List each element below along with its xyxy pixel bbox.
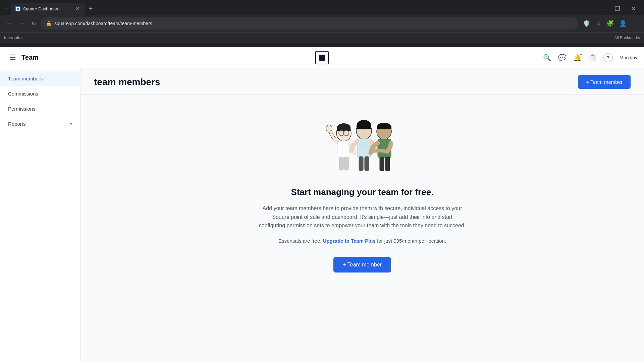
refresh-button[interactable]: ↻ (30, 18, 38, 29)
upgrade-link[interactable]: Upgrade to Team Plus (323, 238, 376, 244)
lock-icon: 🔒 (46, 21, 52, 26)
svg-rect-19 (365, 157, 369, 171)
sidebar-item-team-members[interactable]: Team members (0, 71, 80, 86)
notification-dot (580, 53, 582, 56)
add-team-member-header-button[interactable]: + Team member (578, 75, 631, 89)
sidebar-item-reports[interactable]: Reports ▾ (0, 116, 80, 131)
profile-icon[interactable]: 👤 (617, 18, 629, 29)
close-button[interactable]: ✕ (626, 4, 641, 14)
sidebar-team-members-label: Team members (8, 76, 43, 81)
svg-rect-18 (359, 157, 363, 171)
empty-state-description: Add your team members here to provide th… (258, 204, 466, 230)
empty-state-container: Start managing your team for free. Add y… (245, 95, 480, 293)
top-nav: ☰ Team 🔍 💬 🔔 📋 ? Moodjoy (0, 47, 644, 68)
url-text: squareup.com/dashboard/team/team-members (54, 21, 152, 26)
essentials-suffix: for just $35/month per location. (377, 238, 446, 244)
sidebar-commissions-label: Commissions (8, 91, 38, 97)
add-team-member-main-button[interactable]: + Team member (333, 257, 391, 273)
svg-rect-1 (17, 8, 19, 10)
bookmark-icon[interactable]: ☆ (594, 18, 603, 29)
team-illustration (315, 115, 409, 176)
sidebar-permissions-label: Permissions (8, 106, 36, 112)
content-area: team members + Team member (80, 68, 644, 362)
user-avatar[interactable]: Moodjoy (620, 55, 637, 60)
tab-back-arrow[interactable]: ‹ (3, 5, 10, 13)
active-tab[interactable]: Square Dashboard ✕ (11, 3, 85, 15)
sidebar-item-permissions[interactable]: Permissions (0, 101, 80, 116)
sidebar-reports-label: Reports (8, 121, 26, 127)
back-button[interactable]: ← (4, 18, 14, 29)
essentials-text: Essentials are free. Upgrade to Team Plu… (278, 238, 446, 244)
window-controls: — ❐ ✕ (593, 4, 641, 14)
svg-rect-4 (337, 127, 351, 131)
tab-close-button[interactable]: ✕ (74, 5, 81, 13)
svg-rect-8 (338, 141, 350, 158)
sidebar: Team members Commissions Permissions Rep… (0, 68, 80, 362)
help-icon[interactable]: ? (603, 53, 613, 62)
svg-point-10 (326, 125, 332, 132)
svg-rect-22 (377, 126, 391, 129)
sidebar-item-commissions[interactable]: Commissions (0, 86, 80, 101)
bookmarks-bar: Incognito All Bookmarks (0, 32, 644, 43)
nav-brand-label: Team (21, 54, 39, 61)
square-logo-inner (319, 55, 325, 61)
tab-favicon (15, 6, 20, 11)
clipboard-icon[interactable]: 📋 (588, 54, 597, 62)
address-bar[interactable]: 🔒 squareup.com/dashboard/team/team-membe… (41, 17, 578, 29)
square-logo (315, 51, 329, 64)
bell-icon[interactable]: 🔔 (573, 54, 582, 62)
tab-title: Square Dashboard (23, 6, 60, 11)
svg-rect-11 (339, 157, 343, 170)
extension-icon[interactable]: 🛡️ (581, 18, 592, 29)
chat-icon[interactable]: 💬 (558, 54, 567, 62)
extensions-btn[interactable]: 🧩 (604, 18, 616, 29)
essentials-prefix: Essentials are free. (278, 238, 321, 244)
nav-right-icons: 🔍 💬 🔔 📋 ? Moodjoy (543, 53, 637, 62)
svg-rect-25 (385, 157, 390, 171)
reports-arrow-icon: ▾ (70, 122, 72, 126)
incognito-label: Incognito (4, 35, 22, 40)
search-icon[interactable]: 🔍 (543, 54, 551, 62)
all-bookmarks-link[interactable]: All Bookmarks (614, 36, 640, 40)
svg-rect-24 (380, 157, 384, 171)
forward-button[interactable]: → (17, 18, 27, 29)
nav-center-logo (315, 51, 329, 64)
page-title: team members (94, 77, 160, 87)
toolbar-icons: 🛡️ ☆ 🧩 👤 ⋮ (581, 18, 640, 29)
maximize-button[interactable]: ❐ (609, 4, 626, 14)
svg-rect-12 (344, 157, 348, 170)
menu-dots[interactable]: ⋮ (630, 18, 640, 29)
empty-state-title: Start managing your team for free. (291, 187, 434, 197)
new-tab-button[interactable]: + (86, 4, 96, 14)
hamburger-menu-icon[interactable]: ☰ (7, 52, 19, 63)
content-header: team members + Team member (80, 68, 644, 95)
incognito-indicator: Incognito (4, 35, 22, 40)
minimize-button[interactable]: — (593, 4, 609, 14)
svg-rect-15 (357, 125, 371, 129)
